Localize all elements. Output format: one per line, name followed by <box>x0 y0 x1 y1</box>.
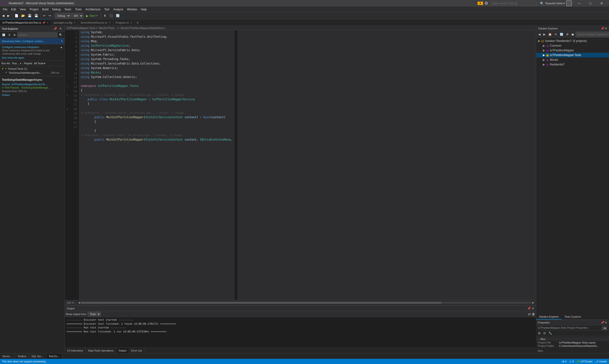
save-all-button[interactable]: 💾 <box>33 13 39 19</box>
scroll-left-button[interactable]: ◀ <box>78 301 80 304</box>
se-home-button[interactable]: 🏠 <box>547 32 553 37</box>
props-sort-button[interactable]: ⊞ <box>537 331 542 336</box>
menu-architecture[interactable]: Architecture <box>84 7 103 12</box>
restart-button[interactable]: 🔄 <box>115 13 121 19</box>
se-view-button[interactable]: ◼ <box>570 32 575 37</box>
zoom-level[interactable]: 100 % <box>67 301 74 304</box>
search-icon[interactable]: 🔍 <box>540 2 544 5</box>
streaming-banner[interactable]: Streaming Video: Configure continu… ▾ <box>0 38 65 44</box>
tab-dropdown-button[interactable]: ≡ <box>135 19 140 26</box>
tab-pin-1[interactable]: 📌 <box>42 21 45 24</box>
status-cluster[interactable]: 🌿 IoTCluster <box>577 360 593 363</box>
te-search-button[interactable]: 🔍 <box>58 33 64 37</box>
menu-team[interactable]: Team <box>62 7 73 12</box>
se-tab-team-explorer[interactable]: Team Explorer <box>562 314 584 320</box>
output-pin-button[interactable]: 📌 <box>527 307 531 310</box>
bottom-tab-csharp[interactable]: C# Interactive <box>65 348 86 353</box>
tab-close-3[interactable]: ✕ <box>109 21 111 24</box>
open-file-button[interactable]: 📂 <box>20 13 26 19</box>
passed-tests-header[interactable]: ▼ ✔ Passed Tests (1) <box>1 67 63 70</box>
undo-button[interactable]: ↩ <box>42 13 47 19</box>
vertical-scrollbar[interactable] <box>234 30 237 300</box>
user-avatar[interactable] <box>566 0 572 6</box>
se-nav-back[interactable]: ◀ <box>537 32 542 37</box>
output-wrap-button[interactable]: ⇄ <box>528 312 531 316</box>
se-search-input[interactable] <box>576 32 609 37</box>
platform-dropdown[interactable]: x64 <box>71 13 83 19</box>
code-editor[interactable]: ─ − − 12345 678910 1112131415 1617181920… <box>65 30 536 300</box>
tab-program[interactable]: Program.cs ✕ <box>113 19 135 26</box>
se-item-iotpartmapper[interactable]: ▶ ▣ IoTPartitionMapper <box>536 48 609 53</box>
se-close-button[interactable]: ✕ <box>605 27 607 30</box>
status-warnings[interactable]: ⚠ 0 <box>569 360 574 363</box>
redo-button[interactable]: ↪ <box>47 13 52 19</box>
se-item-mocks[interactable]: ▶ ▣ Mocks <box>536 57 609 62</box>
se-solution-root[interactable]: ▶ ⊡ Solution 'ResilientIoT' (5 projects) <box>536 39 609 43</box>
se-pin-button[interactable]: 📌 <box>601 27 604 30</box>
test-search-input[interactable] <box>17 32 57 38</box>
code-text-area[interactable]: using System; using Microsoft.VisualStud… <box>79 30 234 300</box>
menu-edit[interactable]: Edit <box>9 7 18 12</box>
bottom-tab-errorlist[interactable]: Error List <box>129 348 145 353</box>
forward-button[interactable]: ▶ <box>6 13 11 19</box>
run-all-button[interactable]: Run All <box>1 62 10 65</box>
debug-config-dropdown[interactable]: Debug <box>55 13 71 19</box>
se-item-iotpartmapper-tests[interactable]: ▶ ▣ IoTPartitionMapper.Tests <box>536 53 609 57</box>
scroll-right-button[interactable]: ▶ <box>532 301 534 304</box>
test-detail-source-val[interactable]: IoTPartitionMapperServiceTe… <box>12 83 48 86</box>
se-nav-forward[interactable]: ▶ <box>542 32 547 37</box>
playlist-button[interactable]: Playlist : All Tests ▾ <box>24 62 45 65</box>
test-detail-output-link[interactable]: Output <box>2 93 63 96</box>
bottom-tab-output[interactable]: Output <box>116 348 129 353</box>
configure-ci-collapse[interactable]: ▲ <box>60 46 63 49</box>
left-tab-toolbox[interactable]: Toolbox <box>15 353 29 359</box>
output-clear-button[interactable]: 🗑 <box>532 312 535 316</box>
close-button[interactable]: ✕ <box>596 0 607 7</box>
settings-icon[interactable]: ⚙ <box>484 1 488 6</box>
filter-icon[interactable]: ▼ <box>478 2 483 5</box>
se-settings-button[interactable]: ⚙ <box>565 32 570 37</box>
start-button[interactable]: ▶ Start ▾ <box>84 13 100 18</box>
save-button[interactable]: 💾 <box>26 13 33 19</box>
tab-packages[interactable]: packages.config ✕ <box>51 19 78 26</box>
se-item-resilientiot[interactable]: ▶ ▣ ResilientIoT <box>536 62 609 67</box>
menu-build[interactable]: Build <box>40 7 50 12</box>
se-item-common[interactable]: ▶ ▣ Common <box>536 43 609 48</box>
left-tab-server[interactable]: Server… <box>0 353 15 359</box>
dont-show-link[interactable]: Don't show this again <box>2 56 63 59</box>
te-refresh-button[interactable]: 🔄 <box>1 33 7 37</box>
tab-close-2[interactable]: ✕ <box>74 21 76 24</box>
menu-tools[interactable]: Tools <box>73 7 84 12</box>
test-item-1[interactable]: ✔ TestSetupStateManagerAs… 209 ms <box>1 70 63 75</box>
quick-launch-input[interactable] <box>490 1 537 5</box>
minimize-button[interactable]: ─ <box>574 0 584 7</box>
status-git[interactable]: ⎇ master <box>595 360 607 363</box>
menu-project[interactable]: Project <box>28 7 40 12</box>
output-close-button[interactable]: ✕ <box>532 307 534 310</box>
menu-test[interactable]: Test <box>103 7 111 12</box>
tab-close-1[interactable]: ✕ <box>47 21 49 24</box>
tab-close-4[interactable]: ✕ <box>130 21 132 24</box>
back-button[interactable]: ◀ <box>1 13 6 19</box>
se-tab-solution-explorer[interactable]: Solution Explorer <box>536 314 562 320</box>
menu-file[interactable]: File <box>1 7 9 12</box>
maximize-button[interactable]: □ <box>585 0 596 7</box>
se-sync-button[interactable]: ⟳ <box>553 32 558 37</box>
left-tab-testex[interactable]: Test Ex… <box>46 353 62 359</box>
tab-serviceeventsource[interactable]: ServiceEventSource.cs ✕ <box>78 19 113 26</box>
horizontal-scrollbar-track[interactable] <box>81 302 531 304</box>
props-wrench-button[interactable]: 🔧 <box>547 331 553 336</box>
props-misc-expand[interactable]: − <box>538 338 539 340</box>
se-refresh-button[interactable]: 🔄 <box>559 32 565 37</box>
output-source-select[interactable]: Tests <box>88 312 101 316</box>
new-file-button[interactable]: 📄 <box>13 13 20 19</box>
tab-iotpartitionmapper[interactable]: IoTPartitionMapperServiceTest.cs 📌 ✕ <box>0 19 51 26</box>
menu-window[interactable]: Window <box>125 7 139 12</box>
menu-debug[interactable]: Debug <box>50 7 62 12</box>
props-cat-button[interactable]: ⊟ <box>542 331 547 336</box>
user-display[interactable]: Tsuyoshi Ushio ▾ <box>545 2 565 5</box>
run-button[interactable]: Run… ▾ <box>12 62 21 65</box>
props-close-button[interactable]: ✕ <box>605 321 607 324</box>
te-group-button[interactable]: ⊞ <box>12 33 17 37</box>
left-tab-sqlser[interactable]: SQL Ser… <box>29 353 46 359</box>
